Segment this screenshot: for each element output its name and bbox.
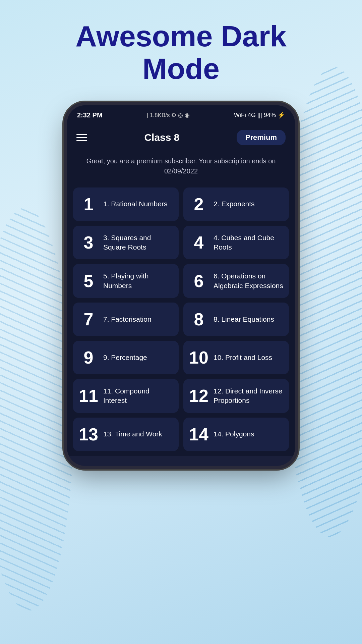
chapter-card-3[interactable]: 33. Squares and Square Roots — [73, 226, 179, 260]
chapter-title: 4. Cubes and Cube Roots — [214, 233, 284, 252]
subscription-banner: Great, you are a premium subscriber. You… — [67, 152, 295, 183]
premium-button[interactable]: Premium — [237, 130, 286, 145]
chapter-title: 5. Playing with Numbers — [103, 271, 173, 290]
chapter-number: 8 — [189, 311, 209, 328]
chapter-title: 1. Rational Numbers — [103, 199, 167, 209]
status-icons: WiFi 4G ||| 94% ⚡ — [234, 111, 285, 119]
chapter-title: 2. Exponents — [214, 199, 255, 209]
chapter-card-2[interactable]: 22. Exponents — [183, 187, 289, 221]
chapter-title: 11. Compound Interest — [103, 386, 173, 406]
chapter-title: 6. Operations on Algebraic Expressions — [214, 271, 284, 290]
page-headline: Awesome Dark Mode — [75, 20, 286, 85]
chapter-title: 3. Squares and Square Roots — [103, 233, 173, 252]
chapter-number: 5 — [78, 272, 99, 290]
chapter-number: 9 — [78, 349, 99, 366]
chapter-card-4[interactable]: 44. Cubes and Cube Roots — [183, 226, 289, 260]
menu-button[interactable] — [76, 134, 87, 141]
chapter-title: 13. Time and Work — [103, 429, 162, 439]
chapter-title: 7. Factorisation — [103, 315, 152, 324]
chapter-number: 2 — [189, 196, 209, 213]
chapter-number: 12 — [189, 387, 209, 405]
chapter-number: 14 — [189, 426, 209, 443]
chapter-card-9[interactable]: 99. Percentage — [73, 341, 179, 374]
app-title: Class 8 — [144, 132, 179, 143]
chapter-number: 7 — [78, 311, 99, 328]
chapter-card-1[interactable]: 11. Rational Numbers — [73, 187, 179, 221]
chapter-number: 4 — [189, 234, 209, 251]
chapter-title: 10. Profit and Loss — [214, 353, 272, 362]
chapter-title: 9. Percentage — [103, 353, 147, 362]
chapter-card-11[interactable]: 1111. Compound Interest — [73, 379, 179, 413]
status-time: 2:32 PM — [77, 111, 103, 119]
status-bar: 2:32 PM | 1.8KB/s ⚙ ◎ ◉ WiFi 4G ||| 94% … — [67, 105, 295, 123]
chapter-card-7[interactable]: 77. Factorisation — [73, 303, 179, 336]
chapter-number: 11 — [78, 387, 99, 405]
chapter-number: 10 — [189, 349, 209, 366]
phone-frame: 2:32 PM | 1.8KB/s ⚙ ◎ ◉ WiFi 4G ||| 94% … — [67, 105, 295, 466]
chapter-card-8[interactable]: 88. Linear Equations — [183, 303, 289, 336]
app-header: Class 8 Premium — [67, 123, 295, 152]
chapter-title: 14. Polygons — [214, 429, 254, 439]
chapter-card-13[interactable]: 1313. Time and Work — [73, 418, 179, 451]
chapter-card-10[interactable]: 1010. Profit and Loss — [183, 341, 289, 374]
chapter-number: 13 — [78, 426, 99, 443]
chapter-number: 1 — [78, 196, 99, 213]
chapter-title: 8. Linear Equations — [214, 315, 274, 324]
chapter-number: 3 — [78, 234, 99, 251]
chapter-card-14[interactable]: 1414. Polygons — [183, 418, 289, 451]
status-info: | 1.8KB/s ⚙ ◎ ◉ — [147, 112, 190, 119]
chapter-card-6[interactable]: 66. Operations on Algebraic Expressions — [183, 264, 289, 298]
chapter-card-5[interactable]: 55. Playing with Numbers — [73, 264, 179, 298]
chapter-title: 12. Direct and Inverse Proportions — [214, 386, 284, 406]
chapter-card-12[interactable]: 1212. Direct and Inverse Proportions — [183, 379, 289, 413]
chapter-number: 6 — [189, 272, 209, 290]
chapters-grid: 11. Rational Numbers22. Exponents33. Squ… — [67, 183, 295, 456]
